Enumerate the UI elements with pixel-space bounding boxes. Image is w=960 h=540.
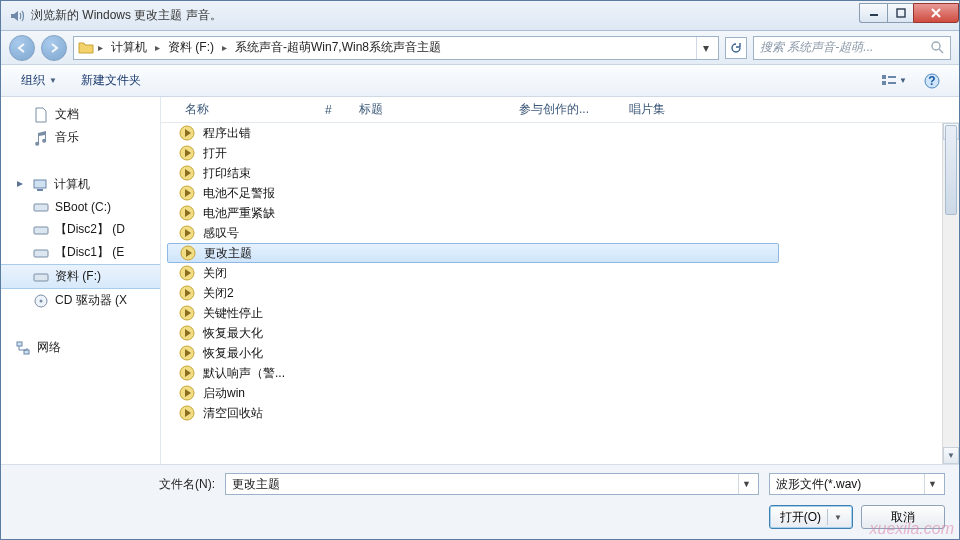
window-title: 浏览新的 Windows 更改主题 声音。 — [31, 7, 859, 24]
svg-point-1 — [932, 42, 940, 50]
music-icon — [33, 130, 49, 146]
help-icon: ? — [924, 73, 940, 89]
nav-documents[interactable]: 文档 — [1, 103, 160, 126]
audio-icon — [179, 305, 195, 321]
address-bar[interactable]: ▸ 计算机 ▸ 资料 (F:) ▸ 系统声音-超萌Win7,Win8系统声音主题… — [73, 36, 719, 60]
nav-music[interactable]: 音乐 — [1, 126, 160, 149]
filename-value: 更改主题 — [232, 476, 738, 493]
sound-icon — [9, 8, 25, 24]
file-row[interactable]: 默认响声（警... — [167, 363, 959, 383]
organize-label: 组织 — [21, 72, 45, 89]
chevron-down-icon: ▼ — [834, 513, 842, 522]
nav-drive-c[interactable]: SBoot (C:) — [1, 196, 160, 218]
nav-drive-d[interactable]: 【Disc2】 (D — [1, 218, 160, 241]
audio-icon — [179, 285, 195, 301]
breadcrumb[interactable]: 资料 (F:) — [164, 37, 218, 59]
breadcrumb[interactable]: 计算机 — [107, 37, 151, 59]
nav-forward-button[interactable] — [41, 35, 67, 61]
audio-icon — [179, 405, 195, 421]
titlebar: 浏览新的 Windows 更改主题 声音。 — [1, 1, 959, 31]
chevron-right-icon: ▸ — [153, 42, 162, 53]
new-folder-label: 新建文件夹 — [81, 72, 141, 89]
close-button[interactable] — [913, 3, 959, 23]
chevron-down-icon: ▼ — [899, 76, 907, 85]
svg-rect-7 — [37, 189, 43, 191]
maximize-button[interactable] — [887, 3, 913, 23]
cancel-button[interactable]: 取消 — [861, 505, 945, 529]
nav-computer[interactable]: 计算机 — [1, 173, 160, 196]
file-name: 电池严重紧缺 — [203, 205, 275, 222]
breadcrumb[interactable]: 系统声音-超萌Win7,Win8系统声音主题 — [231, 37, 445, 59]
organize-button[interactable]: 组织▼ — [11, 69, 67, 92]
file-name: 恢复最小化 — [203, 345, 263, 362]
file-row[interactable]: 关键性停止 — [167, 303, 959, 323]
scroll-thumb[interactable] — [945, 125, 957, 215]
view-mode-button[interactable]: ▼ — [877, 69, 911, 93]
file-row[interactable]: 启动win — [167, 383, 959, 403]
col-album[interactable]: 唱片集 — [623, 101, 703, 118]
scroll-down-button[interactable]: ▼ — [943, 447, 959, 464]
nav-drive-f[interactable]: 资料 (F:) — [1, 264, 160, 289]
svg-rect-11 — [34, 274, 48, 281]
col-title[interactable]: 标题 — [353, 101, 513, 118]
chevron-down-icon[interactable]: ▼ — [738, 474, 754, 494]
open-button[interactable]: 打开(O)▼ — [769, 505, 853, 529]
file-row[interactable]: 关闭 — [167, 263, 959, 283]
file-row[interactable]: 程序出错 — [167, 123, 959, 143]
refresh-button[interactable] — [725, 37, 747, 59]
file-row[interactable]: 打印结束 — [167, 163, 959, 183]
window-buttons — [859, 3, 959, 23]
file-row[interactable]: 清空回收站 — [167, 403, 959, 423]
file-row[interactable]: 关闭2 — [167, 283, 959, 303]
audio-icon — [179, 125, 195, 141]
nav-network[interactable]: 网络 — [1, 336, 160, 359]
svg-rect-10 — [34, 250, 48, 257]
minimize-button[interactable] — [859, 3, 887, 23]
svg-rect-9 — [34, 227, 48, 234]
drive-icon — [33, 199, 49, 215]
file-name: 启动win — [203, 385, 245, 402]
audio-icon — [179, 365, 195, 381]
help-button[interactable]: ? — [915, 69, 949, 93]
address-dropdown[interactable]: ▾ — [696, 37, 714, 59]
file-list[interactable]: 程序出错打开打印结束电池不足警报电池严重紧缺感叹号更改主题关闭关闭2关键性停止恢… — [161, 123, 959, 464]
svg-rect-3 — [882, 81, 886, 85]
filename-field[interactable]: 更改主题 ▼ — [225, 473, 759, 495]
svg-rect-14 — [17, 342, 22, 346]
file-row[interactable]: 恢复最小化 — [167, 343, 959, 363]
column-headers: 名称 # 标题 参与创作的... 唱片集 — [161, 97, 959, 123]
chevron-down-icon[interactable]: ▼ — [924, 474, 940, 494]
search-icon — [931, 41, 944, 54]
new-folder-button[interactable]: 新建文件夹 — [71, 69, 151, 92]
nav-pane: 文档 音乐 计算机 SBoot (C:) 【Disc2】 (D 【Disc1】 … — [1, 97, 161, 464]
chevron-down-icon: ▼ — [49, 76, 57, 85]
file-row[interactable]: 感叹号 — [167, 223, 959, 243]
file-row[interactable]: 电池严重紧缺 — [167, 203, 959, 223]
expand-icon — [15, 179, 26, 190]
file-name: 打印结束 — [203, 165, 251, 182]
file-row[interactable]: 打开 — [167, 143, 959, 163]
address-row: ▸ 计算机 ▸ 资料 (F:) ▸ 系统声音-超萌Win7,Win8系统声音主题… — [1, 31, 959, 65]
filter-value: 波形文件(*.wav) — [776, 476, 924, 493]
file-name: 感叹号 — [203, 225, 239, 242]
col-number[interactable]: # — [319, 103, 353, 117]
drive-icon — [33, 245, 49, 261]
nav-back-button[interactable] — [9, 35, 35, 61]
col-artist[interactable]: 参与创作的... — [513, 101, 623, 118]
file-type-filter[interactable]: 波形文件(*.wav) ▼ — [769, 473, 945, 495]
scrollbar[interactable]: ▲ ▼ — [942, 123, 959, 464]
file-row[interactable]: 更改主题 — [167, 243, 779, 263]
nav-cd-drive[interactable]: CD 驱动器 (X — [1, 289, 160, 312]
nav-drive-e[interactable]: 【Disc1】 (E — [1, 241, 160, 264]
col-name[interactable]: 名称 — [179, 101, 319, 118]
file-name: 默认响声（警... — [203, 365, 285, 382]
file-row[interactable]: 电池不足警报 — [167, 183, 959, 203]
svg-rect-8 — [34, 204, 48, 211]
audio-icon — [179, 345, 195, 361]
svg-rect-15 — [24, 350, 29, 354]
search-input[interactable]: 搜索 系统声音-超萌... — [753, 36, 951, 60]
file-row[interactable]: 恢复最大化 — [167, 323, 959, 343]
footer: 文件名(N): 更改主题 ▼ 波形文件(*.wav) ▼ 打开(O)▼ 取消 — [1, 464, 959, 539]
file-name: 打开 — [203, 145, 227, 162]
search-placeholder: 搜索 系统声音-超萌... — [760, 39, 873, 56]
